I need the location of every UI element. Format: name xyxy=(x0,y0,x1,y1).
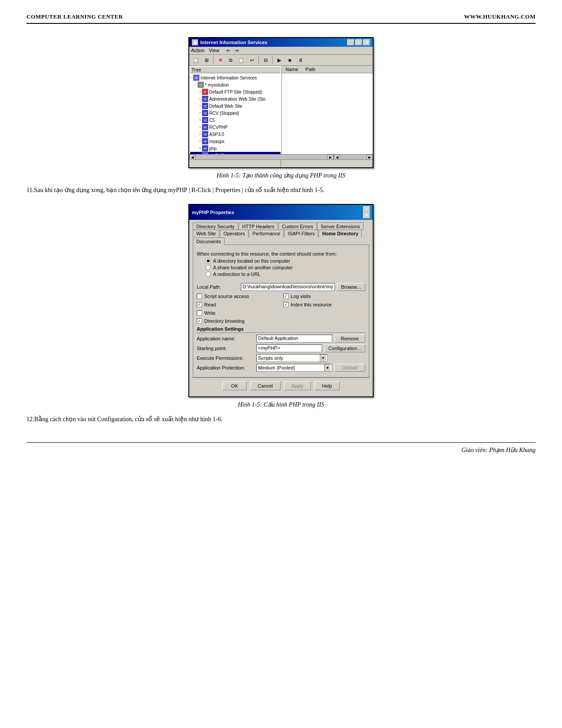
tree-item-myphp[interactable]: + W myPHP xyxy=(190,152,281,154)
cb-write[interactable]: Write xyxy=(197,310,279,316)
remove-button[interactable]: Remove xyxy=(334,335,365,343)
tree-item-ftp[interactable]: + F Default FTP Site (Stopped) xyxy=(190,88,281,95)
tab-server-extensions[interactable]: Server Extensions xyxy=(317,223,363,230)
tree-item-mysolution[interactable]: □ ⊡ * mysolution xyxy=(190,81,281,88)
execute-perm-select[interactable]: Scripts only ▼ xyxy=(256,354,328,362)
cb-write-box[interactable] xyxy=(197,310,202,316)
toolbar-stop-btn[interactable]: ■ xyxy=(285,56,295,64)
tree-item-c5[interactable]: + W C5 xyxy=(190,117,281,124)
toolbar-tree-btn[interactable]: 📋 xyxy=(191,56,201,64)
toolbar-undo-btn[interactable]: ↩ xyxy=(247,56,257,64)
radio-share[interactable]: A share located on another computer xyxy=(206,265,365,270)
tab-operators[interactable]: Operators xyxy=(220,230,248,238)
radio-redirect[interactable]: A redirection to a URL xyxy=(206,272,365,277)
radio-redirect-dot[interactable] xyxy=(206,272,211,277)
tree-item-rcvphp[interactable]: + W RCVPHP xyxy=(190,124,281,131)
expand-icon: □ xyxy=(195,83,197,87)
tree-item-admin[interactable]: + W Administration Web Site (Sto xyxy=(190,95,281,102)
cb-index-label: Index this resource xyxy=(291,302,332,307)
radio-redirect-label: A redirection to a URL xyxy=(213,272,261,277)
unload-button[interactable]: Unload xyxy=(334,364,365,372)
cb-index[interactable]: Index this resource xyxy=(283,302,365,307)
cancel-button[interactable]: Cancel xyxy=(250,381,280,390)
tab-isapi-filters[interactable]: ISAPI Filters xyxy=(284,230,318,238)
tree-item-myaspx[interactable]: + W myaspx xyxy=(190,138,281,145)
dialog-help-btn[interactable]: ? xyxy=(363,206,370,212)
toolbar-sep2 xyxy=(259,56,259,64)
tab-directory-security[interactable]: Directory Security xyxy=(193,223,238,230)
cb-read-box[interactable] xyxy=(197,302,202,307)
cb-write-label: Write xyxy=(204,310,215,316)
tab-home-directory[interactable]: Home Directory xyxy=(318,230,362,238)
menu-view[interactable]: View xyxy=(209,48,220,53)
tree-item-php[interactable]: + W php xyxy=(190,145,281,152)
status-pane2 xyxy=(281,160,373,167)
expand-icon: + xyxy=(199,125,201,129)
scroll-left2-btn[interactable]: ◀ xyxy=(334,155,340,160)
expand-icon: + xyxy=(199,139,201,143)
rcv-icon: W xyxy=(202,110,208,116)
radio-group: A directory located on this computer A s… xyxy=(206,258,365,277)
dialog-title-text: myPHP Properties xyxy=(192,210,234,215)
configuration-button[interactable]: Configuration... xyxy=(324,344,365,352)
toolbar-pause-btn[interactable]: ⏸ xyxy=(296,56,305,64)
cb-dir-browsing-box[interactable] xyxy=(197,318,202,324)
help-button[interactable]: Help xyxy=(315,381,340,390)
asp-icon: W xyxy=(202,131,208,137)
tree-item-rcv[interactable]: + W RCV (Stopped) xyxy=(190,109,281,117)
tree-item-iis[interactable]: □ ⊞ Internet Information Services xyxy=(190,74,281,81)
tab-http-headers[interactable]: HTTP Headers xyxy=(239,223,278,230)
scroll-track2[interactable] xyxy=(340,155,367,159)
browse-button[interactable]: Browse... xyxy=(337,283,365,291)
tree-item-asp[interactable]: + W ASP3.0 xyxy=(190,131,281,138)
maximize-button[interactable]: □ xyxy=(355,39,362,45)
toolbar-paste-btn[interactable]: 📋 xyxy=(236,56,246,64)
cb-log-visits[interactable]: Log visits xyxy=(283,294,365,299)
apply-button[interactable]: Apply xyxy=(284,381,311,390)
tab-performance[interactable]: Performance xyxy=(249,230,284,238)
scroll-right2-btn[interactable]: ▶ xyxy=(367,155,373,160)
local-path-input[interactable]: D:\huukhang\download\lessions\online\my xyxy=(241,283,335,291)
minimize-button[interactable]: _ xyxy=(347,39,354,45)
radio-share-dot[interactable] xyxy=(206,265,211,270)
scroll-left-btn[interactable]: ◀ xyxy=(189,155,195,160)
radio-local-dir-label: A directory located on this computer xyxy=(213,258,290,264)
tab-web-site[interactable]: Web Site xyxy=(193,230,219,238)
nav-back[interactable]: ⇐ xyxy=(226,48,230,53)
radio-local-dir[interactable]: A directory located on this computer xyxy=(206,258,365,264)
toolbar-props-btn[interactable]: ⊟ xyxy=(261,56,270,64)
app-name-input[interactable]: Default Application xyxy=(256,335,332,343)
scroll-track[interactable] xyxy=(195,155,327,159)
execute-perm-arrow[interactable]: ▼ xyxy=(320,355,326,362)
iis-win-controls[interactable]: _ □ ✕ xyxy=(347,39,370,45)
tab-content-area: When connecting to this resource, the co… xyxy=(193,245,369,377)
dialog-win-controls[interactable]: ? ✕ xyxy=(363,206,370,219)
scroll-right-btn[interactable]: ▶ xyxy=(327,155,333,160)
iis-right-panel: Name Path xyxy=(282,66,373,154)
radio-local-dir-dot[interactable] xyxy=(206,258,211,264)
expand-icon: + xyxy=(199,146,201,151)
horizontal-scrollbar[interactable]: ◀ ▶ ◀ ▶ xyxy=(189,154,373,159)
starting-point-input: <myPHP> xyxy=(256,344,322,352)
tree-item-default-web[interactable]: + W Default Web Site xyxy=(190,102,281,109)
app-name-value: Default Application xyxy=(258,336,298,341)
cb-script-source-box[interactable] xyxy=(197,294,202,299)
cb-index-box[interactable] xyxy=(283,302,288,307)
dialog-close-btn[interactable]: ✕ xyxy=(363,212,370,219)
toolbar-delete-btn[interactable]: ✕ xyxy=(215,56,225,64)
app-protection-arrow[interactable]: ▼ xyxy=(324,364,330,371)
tab-custom-errors[interactable]: Custom Errors xyxy=(278,223,317,230)
app-protection-select[interactable]: Medium (Pooled) ▼ xyxy=(256,364,332,372)
toolbar-start-btn[interactable]: ▶ xyxy=(274,56,284,64)
ok-button[interactable]: OK xyxy=(222,381,247,390)
cb-read[interactable]: Read xyxy=(197,302,279,307)
tab-documents[interactable]: Documents xyxy=(193,238,225,245)
menu-action[interactable]: Action xyxy=(191,48,205,53)
toolbar-copy-btn[interactable]: ⧉ xyxy=(226,56,236,64)
close-button[interactable]: ✕ xyxy=(363,39,370,45)
cb-script-source[interactable]: Script source access xyxy=(197,294,279,299)
cb-dir-browsing[interactable]: Directory browsing xyxy=(197,318,365,324)
nav-forward[interactable]: ⇒ xyxy=(235,48,239,53)
toolbar-list-btn[interactable]: ⊞ xyxy=(202,56,211,64)
cb-log-visits-box[interactable] xyxy=(283,294,288,299)
